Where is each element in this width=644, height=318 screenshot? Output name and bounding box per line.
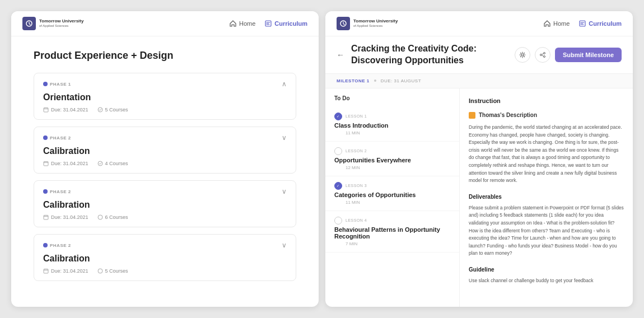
right-title: Cracking the Creativity Code: Discoverin… <box>351 43 508 67</box>
svg-rect-8 <box>44 269 48 274</box>
lesson-duration-1: 11 MIN <box>334 130 450 135</box>
svg-point-9 <box>98 269 102 273</box>
svg-rect-4 <box>44 162 48 166</box>
phase-dot-4 <box>43 243 48 247</box>
lesson-title-2: Opportunities Everywhere <box>334 157 450 163</box>
phase-due-4: Due: 31.04.2021 <box>43 268 88 274</box>
milestone-due: DUE: 31 AUGUST <box>381 78 421 83</box>
lesson-item-4[interactable]: LESSON 4 Behavioural Patterns in Opportu… <box>325 211 459 252</box>
right-nav-links: Home Curriculum <box>543 20 622 27</box>
phase-meta-2: Due: 31.04.2021 4 Courses <box>34 158 296 173</box>
lesson-item-3[interactable]: ✓ LESSON 3 Categories of Opportunities 1… <box>325 176 459 211</box>
lesson-item-1[interactable]: ✓ LESSON 1 Class Introduction 11 MIN <box>325 107 459 142</box>
thomas-description-header: Thomas's Description <box>469 111 624 119</box>
phase-courses-3: 6 Courses <box>97 214 128 220</box>
lesson-title-4: Behavioural Patterns in Opportunity Reco… <box>334 226 450 240</box>
lesson-num-4: LESSON 4 <box>334 217 450 225</box>
phase-due-3: Due: 31.04.2021 <box>43 214 88 220</box>
right-logo: Tomorrow University of Applied Sciences <box>337 17 398 30</box>
phase-section-1[interactable]: PHASE 1 ∧ Orientation Due: 31.04.2021 <box>34 73 296 120</box>
lesson-num-3: ✓ LESSON 3 <box>334 182 450 190</box>
phase-header-3: PHASE 2 ∨ <box>34 181 296 200</box>
phase-section-4[interactable]: PHASE 2 ∨ Calibration Due: 31.04.2021 <box>34 234 296 281</box>
phase-section-2[interactable]: PHASE 2 ∨ Calibration Due: 31.04.2021 <box>34 127 296 174</box>
right-curriculum-link[interactable]: Curriculum <box>578 20 622 27</box>
back-button[interactable]: ← <box>337 50 344 59</box>
phase-name-3: Calibration <box>34 200 296 212</box>
lesson-item-2[interactable]: LESSON 2 Opportunities Everywhere 12 MIN <box>325 142 459 176</box>
milestone-bar: MILESTONE 1 DUE: 31 AUGUST <box>325 74 633 88</box>
left-panel: Tomorrow University of Applied Sciences … <box>11 11 319 307</box>
svg-point-5 <box>98 161 102 166</box>
left-curriculum-link[interactable]: Curriculum <box>264 20 307 27</box>
milestone-label: MILESTONE 1 <box>337 78 370 83</box>
phase-chevron-2[interactable]: ∨ <box>282 134 287 142</box>
milestone-separator <box>374 80 376 82</box>
right-panel: Tomorrow University of Applied Sciences … <box>325 11 633 307</box>
guideline-heading: Guideline <box>469 265 624 274</box>
phase-meta-3: Due: 31.04.2021 6 Courses <box>34 212 296 227</box>
svg-rect-6 <box>44 216 48 220</box>
share-button[interactable] <box>535 47 550 63</box>
lessons-panel: To Do ✓ LESSON 1 Class Introduction 11 M… <box>325 88 460 307</box>
todo-label: To Do <box>325 95 459 107</box>
instruction-title: Instruction <box>469 96 624 106</box>
right-title-block: Cracking the Creativity Code: Discoverin… <box>344 43 515 67</box>
svg-point-3 <box>98 107 102 112</box>
logo-icon <box>22 17 36 30</box>
lesson-title-3: Categories of Opportunities <box>334 191 450 198</box>
left-content: Product Experience + Design PHASE 1 ∧ Or… <box>11 36 319 307</box>
phase-due-1: Due: 31.04.2021 <box>43 107 88 113</box>
thomas-icon <box>469 112 475 119</box>
left-logo: Tomorrow University of Applied Sciences <box>22 17 83 30</box>
logo-text: Tomorrow University of Applied Sciences <box>39 19 83 27</box>
guideline-text: Use slack channel or challenge buddy to … <box>469 277 624 285</box>
left-topnav: Tomorrow University of Applied Sciences … <box>11 11 319 36</box>
phase-section-3[interactable]: PHASE 2 ∨ Calibration Due: 31.04.2021 <box>34 180 296 227</box>
phase-courses-4: 5 Courses <box>97 268 128 274</box>
header-actions: Submit Milestone <box>515 47 622 63</box>
lesson-duration-2: 12 MIN <box>334 165 450 170</box>
phase-chevron-4[interactable]: ∨ <box>282 241 287 249</box>
phase-name-4: Calibration <box>34 254 296 266</box>
phase-label-2: PHASE 2 <box>43 135 71 141</box>
left-nav-links: Home Curriculum <box>229 20 307 27</box>
right-header: ← Cracking the Creativity Code: Discover… <box>325 36 633 74</box>
deliverables-text: Please submit a problem statement in Pow… <box>469 204 624 258</box>
svg-point-7 <box>98 215 102 219</box>
phase-dot-2 <box>43 135 48 140</box>
lesson-duration-3: 11 MIN <box>334 200 450 205</box>
phase-header-4: PHASE 2 ∨ <box>34 235 296 254</box>
phase-meta-1: Due: 31.04.2021 5 Courses <box>34 105 296 119</box>
instruction-panel: Instruction Thomas's Description During … <box>460 88 633 307</box>
phase-header-1: PHASE 1 ∧ <box>34 73 296 92</box>
svg-point-14 <box>540 54 542 55</box>
svg-rect-2 <box>44 108 48 113</box>
svg-point-13 <box>543 52 545 54</box>
settings-button[interactable] <box>515 47 530 63</box>
lesson-icon-1: ✓ <box>334 113 342 120</box>
lesson-title-1: Class Introduction <box>334 122 450 129</box>
right-logo-icon <box>337 17 350 30</box>
phase-chevron-3[interactable]: ∨ <box>282 188 287 195</box>
right-home-link[interactable]: Home <box>543 20 570 27</box>
lesson-duration-4: 7 MIN <box>334 241 450 246</box>
submit-milestone-button[interactable]: Submit Milestone <box>555 48 622 62</box>
lesson-num-2: LESSON 2 <box>334 147 450 155</box>
page-title: Product Experience + Design <box>34 50 296 62</box>
phase-name-2: Calibration <box>34 146 296 158</box>
left-home-link[interactable]: Home <box>229 20 255 27</box>
svg-point-15 <box>543 55 545 57</box>
phase-name-1: Orientation <box>34 92 296 105</box>
description-text: During the pandemic, the world started c… <box>469 124 624 185</box>
deliverables-heading: Deliverables <box>469 193 624 201</box>
phase-courses-2: 4 Courses <box>97 161 128 166</box>
right-topnav: Tomorrow University of Applied Sciences … <box>325 11 633 36</box>
lesson-icon-2 <box>334 147 342 155</box>
phase-chevron-1[interactable]: ∧ <box>282 80 287 88</box>
phase-meta-4: Due: 31.04.2021 5 Courses <box>34 266 296 280</box>
phase-dot-3 <box>43 189 48 194</box>
phase-courses-1: 5 Courses <box>97 107 128 113</box>
right-body: To Do ✓ LESSON 1 Class Introduction 11 M… <box>325 88 633 307</box>
lesson-num-1: ✓ LESSON 1 <box>334 113 450 120</box>
